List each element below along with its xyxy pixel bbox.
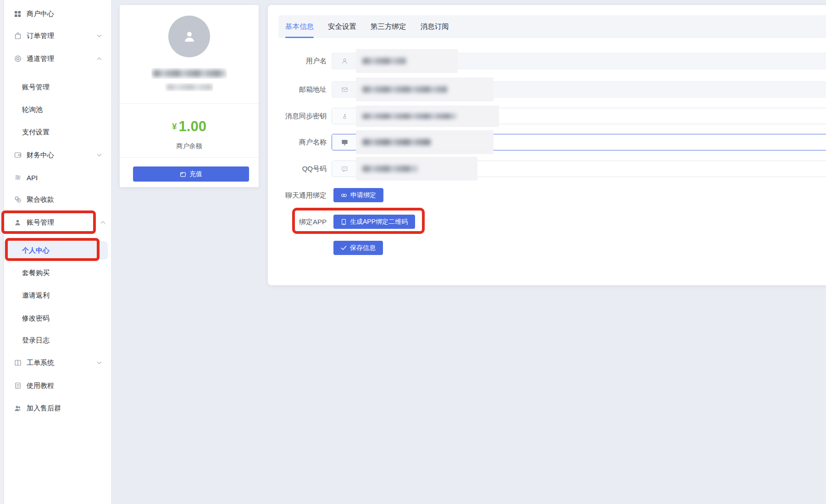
chat-bind-row: 聊天通用绑定 申请绑定 [268,188,826,202]
profile-settings-panel: 基本信息 安全设置 第三方绑定 消息订阅 用户名 邮箱地址 消息同步密钥 [268,5,826,285]
active-tab-underline [285,37,314,38]
sidebar-item-channel-management[interactable]: 通道管理 [4,50,111,68]
sidebar-item-change-password[interactable]: 修改密码 [4,309,111,327]
sidebar-item-label: 通道管理 [27,55,54,63]
sidebar-item-join-support-group[interactable]: 加入售后群 [4,399,111,417]
sidebar-item-aggregate-collection[interactable]: 聚合收款 [4,190,111,209]
sidebar-item-tutorial[interactable]: 使用教程 [4,377,111,395]
username-value-censored [356,49,458,73]
apply-bind-button[interactable]: 申请绑定 [333,188,383,202]
generate-app-qrcode-button[interactable]: 生成APP绑定二维码 [333,215,415,229]
save-info-button[interactable]: 保存信息 [333,241,383,255]
sidebar-item-label: 登录日志 [22,336,50,345]
sidebar-item-finance-center[interactable]: 财务中心 [4,146,111,164]
sidebar-item-account-management[interactable]: 账号管理 [4,213,111,232]
save-row: 保存信息 [268,241,826,255]
profile-card: ¥1.00 商户余额 充值 [120,5,259,187]
currency-symbol: ¥ [172,122,177,131]
sidebar-item-ticket-system[interactable]: 工单系统 [4,354,111,372]
msg-key-value-censored [356,105,499,127]
sidebar-item-invite-rebate[interactable]: 邀请返利 [4,286,111,305]
sidebar: 商户中心 订单管理 通道管理 账号管理 轮询池 支付设置 财务中心 [4,0,111,504]
sidebar-item-account-management-sub[interactable]: 账号管理 [4,78,111,96]
qq-label: QQ号码 [268,165,327,173]
merchant-id-censored [165,83,213,91]
sidebar-item-personal-center[interactable]: 个人中心 [4,241,108,260]
sidebar-item-label: 商户中心 [27,10,54,18]
sidebar-item-login-log[interactable]: 登录日志 [4,331,111,349]
wallet-icon [14,151,22,159]
sidebar-item-order-management[interactable]: 订单管理 [4,27,111,45]
chat-bind-label: 聊天通用绑定 [268,191,327,200]
email-value-censored [356,78,493,101]
sidebar-item-label: 工单系统 [27,359,54,367]
tab-basic-info[interactable]: 基本信息 [285,15,314,38]
card-divider [120,157,259,158]
balance-label: 商户余额 [120,142,259,150]
msg-key-row: 消息同步密钥 [268,108,826,124]
username-label: 用户名 [268,57,327,66]
merchant-name-row: 商户名称 [268,134,826,150]
bind-app-label: 绑定APP [268,218,327,227]
merchant-dashboard: 商户中心 订单管理 通道管理 账号管理 轮询池 支付设置 财务中心 [0,0,826,504]
merchant-name-value-censored [356,130,493,154]
sidebar-item-label: 账号管理 [27,218,54,227]
bag-icon [14,32,22,40]
qq-row: QQ号码 [268,161,826,177]
email-row: 邮箱地址 [268,81,826,98]
bind-app-row: 绑定APP 生成APP绑定二维码 [268,215,826,229]
link-icon [341,192,347,199]
sidebar-item-polling-pool[interactable]: 轮询池 [4,100,111,119]
username-row: 用户名 [268,53,826,69]
balance-amount: 1.00 [179,118,206,134]
chevron-up-icon [97,57,102,61]
check-icon [341,245,347,250]
save-info-button-label: 保存信息 [350,244,376,252]
merchant-name-censored [151,68,227,79]
recharge-button[interactable]: 充值 [133,166,249,182]
sidebar-item-label: 轮询池 [22,105,43,114]
avatar [168,16,210,57]
chevron-down-icon [97,361,102,365]
sidebar-item-label: API [27,174,38,182]
grid-icon [14,10,22,18]
ring-icon [14,55,22,63]
merchant-balance: ¥1.00 [120,118,259,135]
qq-value-censored [356,157,477,181]
card-divider [120,103,259,104]
recharge-button-label: 充值 [189,170,202,178]
sidebar-item-package-purchase[interactable]: 套餐购买 [4,264,111,282]
phone-icon [341,219,347,225]
chevron-down-icon [97,34,102,38]
book-icon [14,359,22,367]
wallet-icon [180,171,186,177]
sidebar-item-label: 加入售后群 [27,404,61,413]
tab-message-subscription[interactable]: 消息订阅 [421,15,449,38]
left-scroll-rail [0,0,4,504]
key-icon [332,108,357,124]
tab-bar: 基本信息 安全设置 第三方绑定 消息订阅 [278,15,826,38]
tab-third-party-binding[interactable]: 第三方绑定 [371,15,406,38]
sidebar-item-payment-settings[interactable]: 支付设置 [4,123,111,141]
sidebar-item-label: 修改密码 [22,314,50,323]
monitor-icon [332,134,357,150]
sidebar-item-label: 套餐购买 [22,269,50,277]
envelope-icon [332,82,357,97]
sidebar-item-label: 邀请返利 [22,291,50,300]
sidebar-item-label: 使用教程 [27,382,54,390]
user-icon [14,219,22,227]
tab-security-settings[interactable]: 安全设置 [328,15,356,38]
sidebar-item-label: 聚合收款 [27,195,54,204]
generate-app-qrcode-button-label: 生成APP绑定二维码 [350,218,408,226]
email-label: 邮箱地址 [268,85,327,94]
chevron-down-icon [97,154,102,157]
sidebar-item-label: 个人中心 [22,246,50,255]
sidebar-item-merchant-center[interactable]: 商户中心 [4,5,111,23]
apply-bind-button-label: 申请绑定 [350,191,376,199]
chip-icon [14,174,22,182]
sidebar-item-label: 财务中心 [27,151,54,160]
doc-icon [14,382,22,390]
merchant-name-label: 商户名称 [268,138,327,147]
msg-key-label: 消息同步密钥 [268,112,327,121]
sidebar-item-api[interactable]: API [4,168,111,187]
